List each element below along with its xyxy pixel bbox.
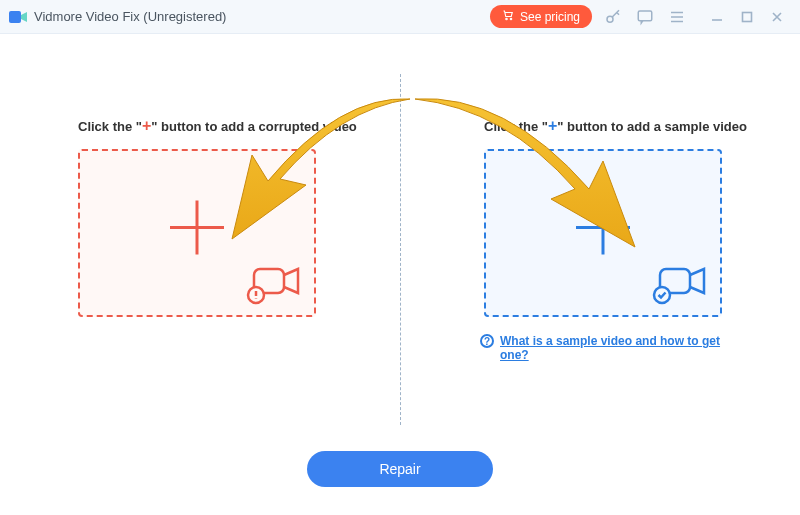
key-icon[interactable] [598, 8, 628, 26]
sample-video-help-link[interactable]: ? What is a sample video and how to get … [480, 334, 740, 362]
repair-button-label: Repair [379, 461, 420, 477]
svg-point-2 [510, 18, 512, 20]
app-window: Vidmore Video Fix (Unregistered) See pri… [0, 0, 800, 515]
svg-rect-0 [9, 11, 21, 23]
corrupted-camera-icon [246, 261, 304, 309]
chat-icon[interactable] [630, 8, 660, 26]
svg-point-3 [607, 16, 613, 22]
repair-button[interactable]: Repair [307, 451, 493, 487]
sample-camera-icon [652, 261, 710, 309]
window-title: Vidmore Video Fix (Unregistered) [34, 9, 226, 24]
corrupted-video-panel: Click the "+" button to add a corrupted … [78, 149, 316, 317]
add-corrupted-video-dropzone[interactable] [78, 149, 316, 317]
see-pricing-button[interactable]: See pricing [490, 5, 592, 28]
add-corrupted-plus-icon [162, 192, 232, 262]
cart-icon [502, 9, 514, 24]
main-content: Click the "+" button to add a corrupted … [0, 34, 800, 515]
svg-rect-5 [743, 12, 752, 21]
titlebar: Vidmore Video Fix (Unregistered) See pri… [0, 0, 800, 34]
add-sample-video-dropzone[interactable] [484, 149, 722, 317]
corrupted-panel-label: Click the "+" button to add a corrupted … [78, 117, 357, 135]
window-minimize-button[interactable] [702, 10, 732, 24]
sample-panel-label: Click the "+" button to add a sample vid… [484, 117, 747, 135]
svg-point-1 [506, 18, 508, 20]
see-pricing-label: See pricing [520, 10, 580, 24]
plus-blue-icon: + [548, 117, 557, 134]
plus-red-icon: + [142, 117, 151, 134]
app-logo-icon [8, 7, 28, 27]
help-question-icon: ? [480, 334, 494, 348]
window-maximize-button[interactable] [732, 10, 762, 24]
sample-video-panel: Click the "+" button to add a sample vid… [484, 149, 722, 317]
vertical-divider [400, 74, 401, 425]
menu-icon[interactable] [662, 8, 692, 26]
window-close-button[interactable] [762, 10, 792, 24]
add-sample-plus-icon [568, 192, 638, 262]
help-link-text: What is a sample video and how to get on… [500, 334, 740, 362]
